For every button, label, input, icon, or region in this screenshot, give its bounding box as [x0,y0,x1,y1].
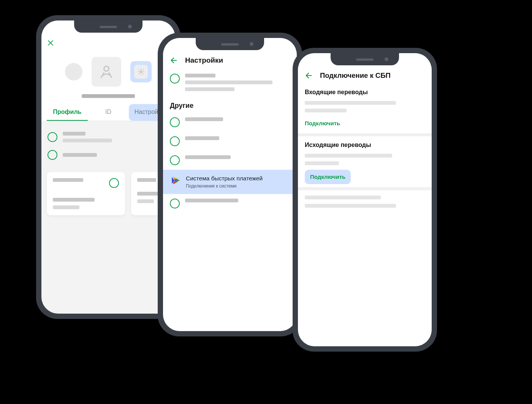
settings-item[interactable] [163,194,297,213]
list-item[interactable] [47,146,170,164]
username-placeholder [82,94,135,98]
radio-icon [48,150,57,160]
section-header-other: Другие [163,96,297,113]
avatar [92,57,121,87]
settings-button[interactable] [134,65,148,79]
back-icon[interactable] [305,71,313,80]
page-title: Настройки [185,56,223,65]
info-card[interactable] [47,172,125,215]
connect-outgoing-highlight: Подключить [305,170,351,184]
settings-item[interactable] [163,113,297,132]
sbp-icon [170,175,180,186]
section-outgoing: Исходящие переводы Подключить [298,138,432,186]
svg-marker-5 [173,182,178,185]
divider [298,187,432,190]
page-title: Подключение к СБП [320,71,391,80]
divider [298,133,432,136]
incoming-title: Входящие переводы [305,89,425,96]
radio-icon [170,117,180,127]
back-icon[interactable] [170,56,178,65]
radio-icon [170,136,180,146]
outgoing-title: Исходящие переводы [305,142,425,148]
settings-item-sbp[interactable]: Система быстрых платежей Подключение к с… [163,170,297,194]
section-incoming: Входящие переводы Подключить [298,85,432,132]
avatar-placeholder-small [65,63,82,80]
section-extra [298,192,432,209]
list-item[interactable] [47,128,170,146]
radio-icon [109,178,119,188]
tab-profile[interactable]: Профиль [47,104,88,121]
connect-incoming-button[interactable]: Подключить [305,118,340,130]
connect-outgoing-button[interactable]: Подключить [310,174,345,180]
radio-icon [48,132,57,142]
svg-point-2 [140,71,142,73]
settings-item[interactable] [163,132,297,151]
sbp-subtitle: Подключение к системе [186,183,290,189]
radio-icon [170,155,180,165]
settings-gear-highlight [130,61,152,82]
close-icon[interactable] [47,39,54,47]
radio-icon [170,199,180,208]
sbp-title: Система быстрых платежей [186,175,290,182]
profile-tabs: Профиль ID Настройки [47,104,170,121]
svg-point-1 [104,66,109,71]
svg-marker-4 [173,177,178,179]
tab-id[interactable]: ID [88,104,129,121]
radio-icon [170,74,180,84]
settings-item[interactable] [163,151,297,170]
settings-item[interactable] [163,69,297,96]
